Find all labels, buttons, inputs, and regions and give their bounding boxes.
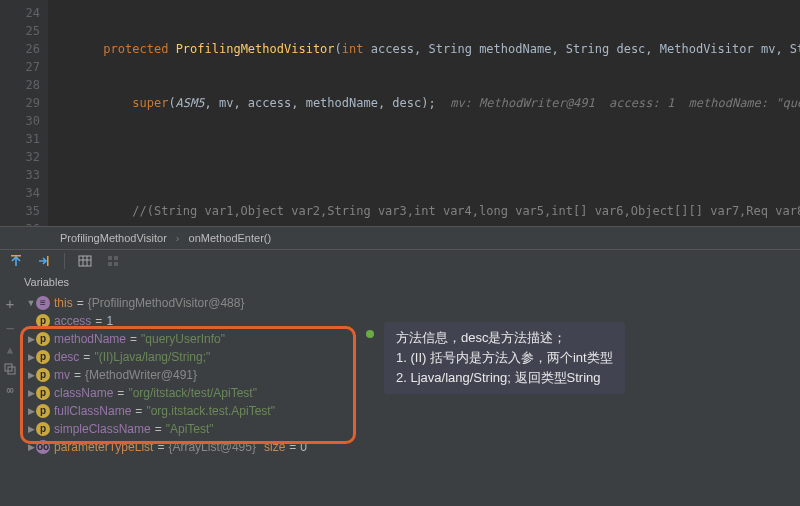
grid-icon[interactable]	[105, 253, 121, 269]
line-number[interactable]: 28	[0, 76, 40, 94]
code-text: //(String var1,Object var2,String var3,i…	[60, 204, 800, 218]
variable-value: "org/itstack/test/ApiTest"	[128, 384, 257, 402]
variable-name: fullClassName	[54, 402, 131, 420]
variable-name: this	[54, 294, 73, 312]
svg-rect-2	[79, 256, 91, 266]
variable-badge-icon: p	[36, 386, 50, 400]
variable-value: "queryUserInfo"	[141, 330, 225, 348]
line-number[interactable]: 35	[0, 202, 40, 220]
copy-icon[interactable]	[4, 363, 16, 375]
variable-row[interactable]: ▶pfullClassName = "org.itstack.test.ApiT…	[22, 402, 800, 420]
twistie-icon[interactable]: ▼	[26, 294, 36, 312]
variable-badge-icon: oo	[36, 440, 50, 454]
variable-value: {MethodWriter@491}	[85, 366, 197, 384]
debugger-toolbar	[0, 250, 800, 272]
twistie-icon[interactable]: ▶	[26, 366, 36, 384]
variable-row[interactable]: ▼≡this = {ProfilingMethodVisitor@488}	[22, 294, 800, 312]
line-number[interactable]: 30	[0, 112, 40, 130]
line-number[interactable]: 31	[0, 130, 40, 148]
variable-name: methodName	[54, 330, 126, 348]
variable-name: mv	[54, 366, 70, 384]
variable-badge-icon: p	[36, 422, 50, 436]
svg-rect-0	[11, 255, 21, 257]
line-number[interactable]: 25	[0, 22, 40, 40]
variable-value: "org.itstack.test.ApiTest"	[146, 402, 275, 420]
breadcrumb[interactable]: ProfilingMethodVisitor › onMethodEnter()	[0, 226, 800, 250]
svg-rect-8	[108, 262, 112, 266]
variable-value: {ProfilingMethodVisitor@488}	[88, 294, 245, 312]
variable-value: "ApiTest"	[166, 420, 214, 438]
svg-rect-9	[114, 262, 118, 266]
variable-badge-icon: p	[36, 350, 50, 364]
variable-badge-icon: p	[36, 314, 50, 328]
variable-badge-icon: ≡	[36, 296, 50, 310]
annotation-tooltip: 方法信息，desc是方法描述； 1. (II) 括号内是方法入参，两个int类型…	[384, 322, 625, 394]
line-number[interactable]: 26	[0, 40, 40, 58]
add-icon[interactable]: +	[6, 296, 14, 312]
chevron-right-icon: ›	[170, 232, 186, 244]
editor-code[interactable]: protected ProfilingMethodVisitor(int acc…	[48, 0, 800, 226]
twistie-icon[interactable]: ▶	[26, 438, 36, 456]
code-text: super(ASM5, mv, access, methodName, desc…	[60, 96, 800, 110]
line-number[interactable]: 33	[0, 166, 40, 184]
table-view-icon[interactable]	[77, 253, 93, 269]
variable-badge-icon: p	[36, 368, 50, 382]
variable-name: access	[54, 312, 91, 330]
breadcrumb-item[interactable]: ProfilingMethodVisitor	[60, 232, 167, 244]
variable-name: simpleClassName	[54, 420, 151, 438]
variable-badge-icon: p	[36, 332, 50, 346]
variable-name: desc	[54, 348, 79, 366]
annotation-dot-icon	[366, 330, 374, 338]
twistie-icon[interactable]: ▶	[26, 402, 36, 420]
variable-value: 1	[106, 312, 113, 330]
step-out-icon[interactable]	[8, 253, 24, 269]
svg-rect-7	[114, 256, 118, 260]
twistie-icon[interactable]: ▶	[26, 384, 36, 402]
variables-header: Variables	[0, 272, 800, 292]
variable-row[interactable]: ▶psimpleClassName = "ApiTest"	[22, 420, 800, 438]
variable-value: "(II)Ljava/lang/String;"	[94, 348, 210, 366]
run-to-cursor-icon[interactable]	[36, 253, 52, 269]
svg-rect-6	[108, 256, 112, 260]
line-number[interactable]: 24	[0, 4, 40, 22]
editor-gutter: 24252627282930313233343536	[0, 0, 48, 226]
line-number[interactable]: 36	[0, 220, 40, 226]
remove-icon[interactable]: −	[6, 320, 14, 336]
svg-rect-1	[47, 256, 49, 266]
link-icon[interactable]: ∞	[6, 383, 13, 397]
line-number[interactable]: 27	[0, 58, 40, 76]
code-editor[interactable]: 24252627282930313233343536 protected Pro…	[0, 0, 800, 226]
twistie-icon[interactable]: ▶	[26, 348, 36, 366]
twistie-icon[interactable]: ▶	[26, 420, 36, 438]
line-number[interactable]: 34	[0, 184, 40, 202]
breadcrumb-item[interactable]: onMethodEnter()	[189, 232, 272, 244]
variable-row[interactable]: ▶ oo parameterTypeList = {ArrayList@495}…	[22, 438, 800, 456]
variable-value: {ArrayList@495}	[168, 438, 256, 456]
variable-badge-icon: p	[36, 404, 50, 418]
line-number[interactable]: 32	[0, 148, 40, 166]
up-icon[interactable]: ▲	[7, 344, 13, 355]
line-number[interactable]: 29	[0, 94, 40, 112]
twistie-icon[interactable]: ▶	[26, 330, 36, 348]
variables-sidebar: + − ▲ ∞	[0, 292, 20, 460]
code-text: protected ProfilingMethodVisitor(int acc…	[60, 42, 800, 56]
debugger-panel: Variables + − ▲ ∞ ▼≡this = {ProfilingMet…	[0, 250, 800, 506]
variables-body: + − ▲ ∞ ▼≡this = {ProfilingMethodVisitor…	[0, 292, 800, 456]
variable-name: parameterTypeList	[54, 438, 153, 456]
variable-name: className	[54, 384, 113, 402]
